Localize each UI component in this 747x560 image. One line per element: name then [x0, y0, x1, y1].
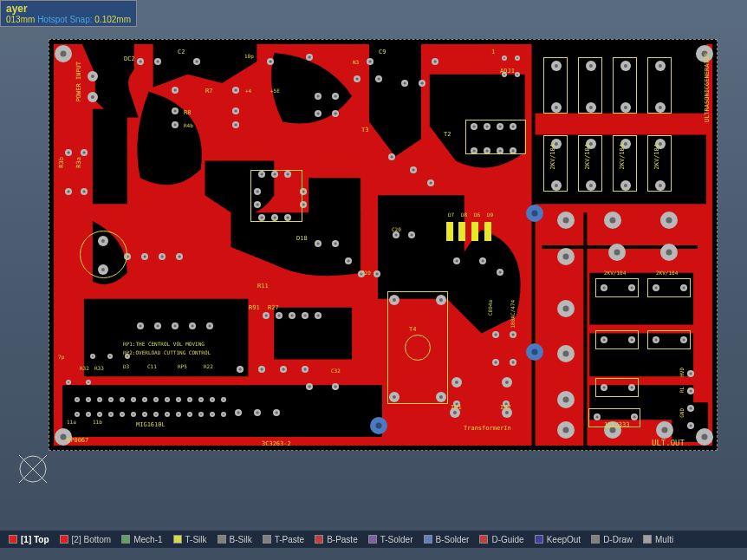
- pad: [276, 312, 283, 319]
- pad: [210, 397, 215, 402]
- pad: [526, 205, 543, 222]
- layer-tabs-bar: [1] Top[2] BottomMech-1T-SilkB-SilkT-Pas…: [0, 531, 747, 548]
- layer-label: Mech-1: [133, 535, 162, 544]
- layer-swatch-icon: [479, 535, 488, 544]
- ult-out-label: ULT.OUT: [652, 439, 685, 447]
- layer-tab[interactable]: [2] Bottom: [60, 535, 112, 544]
- layer-tab[interactable]: KeepOut: [535, 535, 581, 544]
- cap-outline: [647, 330, 691, 349]
- pad: [656, 421, 673, 439]
- layer-swatch-icon: [424, 535, 432, 544]
- pad: [198, 412, 204, 417]
- layer-swatch-icon: [591, 535, 600, 544]
- layer-tab[interactable]: T-Solder: [368, 535, 413, 544]
- pad: [332, 240, 339, 247]
- pad: [687, 370, 694, 377]
- cap-outline: [595, 378, 639, 397]
- pad: [332, 110, 339, 117]
- pad: [315, 240, 322, 247]
- ref-cap7: 1KV/333: [604, 421, 630, 428]
- pad: [375, 75, 382, 82]
- layer-swatch-icon: [263, 535, 271, 544]
- cap-outline: [647, 278, 691, 297]
- pad: [141, 253, 148, 260]
- ref-c2: C2: [178, 49, 185, 55]
- transformer-core: [405, 335, 431, 361]
- ref-d7: D7: [448, 212, 454, 218]
- cap-outline: [80, 231, 127, 278]
- ref-r8: R8: [184, 109, 191, 116]
- pad: [515, 55, 520, 61]
- pad: [189, 322, 196, 329]
- pad: [154, 322, 161, 329]
- pad: [221, 397, 226, 402]
- layer-label: B-Solder: [436, 535, 470, 544]
- rp1-label: RP1:THE CENTROL VOL MOVING: [123, 341, 205, 347]
- layer-tab[interactable]: B-Paste: [315, 535, 358, 544]
- ref-adj1: ADJ1: [500, 68, 515, 75]
- layer-tab[interactable]: [1] Top: [9, 535, 49, 544]
- pad: [289, 312, 296, 319]
- ref-cap6: 2KV/104: [656, 270, 678, 276]
- grid-value: 013mm: [6, 15, 35, 24]
- pcb-canvas[interactable]: POWER INPUT ULTRASONICGENERATOR ULT.OUT …: [49, 39, 718, 451]
- transformer-label: TransformerIn: [464, 425, 511, 432]
- ref-t3: T3: [361, 127, 368, 133]
- pad: [557, 421, 575, 439]
- pad: [515, 72, 520, 77]
- pcb-id: KP0067: [67, 437, 88, 444]
- pad: [75, 397, 80, 402]
- layer-label: KeepOut: [547, 535, 581, 544]
- pad: [221, 412, 226, 417]
- pad: [176, 412, 181, 417]
- pad: [86, 412, 91, 417]
- pad: [608, 244, 626, 261]
- layer-tab[interactable]: D-Draw: [591, 535, 633, 544]
- layer-tab[interactable]: D-Guide: [479, 535, 523, 544]
- origin-crosshair-icon: [19, 455, 47, 483]
- pad: [315, 93, 322, 100]
- pad: [120, 397, 125, 402]
- ref-rp5: RP5: [178, 363, 187, 369]
- status-bar: ayer 013mm Hotspot Snap: 0.102mm: [0, 0, 137, 27]
- pad: [154, 58, 161, 65]
- layer-tab[interactable]: T-Paste: [263, 535, 304, 544]
- pad: [557, 248, 575, 265]
- layer-tab[interactable]: T-Silk: [173, 535, 207, 544]
- ref-hvd: HVD: [679, 368, 685, 377]
- layer-swatch-icon: [173, 535, 182, 544]
- pad: [604, 212, 621, 229]
- ref-r27: R27: [268, 304, 279, 311]
- pad: [451, 377, 462, 387]
- layer-tab[interactable]: Multi: [643, 535, 673, 544]
- pad: [345, 257, 352, 264]
- pad: [492, 359, 499, 366]
- ref-c9: C9: [379, 49, 386, 55]
- pad: [165, 412, 170, 417]
- pad: [187, 397, 192, 402]
- ref-cap4: 2KV/104: [653, 144, 660, 170]
- pad: [198, 397, 204, 402]
- pad: [497, 269, 503, 276]
- layer-tab[interactable]: Mech-1: [121, 535, 162, 544]
- pad: [86, 397, 91, 402]
- pad: [232, 121, 239, 128]
- pad: [408, 231, 415, 238]
- pad: [370, 417, 387, 434]
- ref-rl: RL: [679, 387, 685, 393]
- pad: [172, 121, 179, 128]
- pad: [267, 58, 274, 65]
- layer-label: D-Guide: [491, 535, 523, 544]
- pad: [492, 331, 499, 338]
- pad: [401, 80, 408, 87]
- pad: [374, 270, 380, 277]
- ref-t2: T2: [444, 131, 451, 138]
- ref-11b: 11b: [93, 419, 102, 425]
- cap-outline: [595, 330, 639, 349]
- pad: [65, 188, 72, 195]
- pad: [280, 366, 287, 373]
- layer-tab[interactable]: B-Solder: [424, 535, 470, 544]
- layer-tab[interactable]: B-Silk: [218, 535, 252, 544]
- mounting-hole: [696, 428, 713, 446]
- pad: [142, 397, 147, 402]
